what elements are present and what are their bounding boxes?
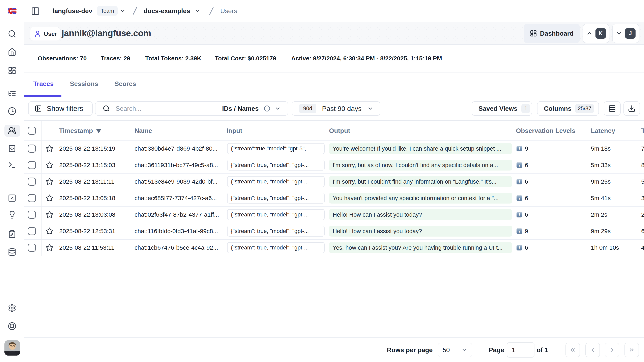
svg-text:i: i bbox=[519, 163, 520, 168]
svg-text:i: i bbox=[519, 196, 520, 201]
svg-text:i: i bbox=[519, 229, 520, 234]
svg-text:i: i bbox=[519, 212, 520, 217]
svg-text:i: i bbox=[519, 245, 520, 250]
svg-text:i: i bbox=[519, 146, 520, 151]
svg-text:i: i bbox=[519, 179, 520, 184]
